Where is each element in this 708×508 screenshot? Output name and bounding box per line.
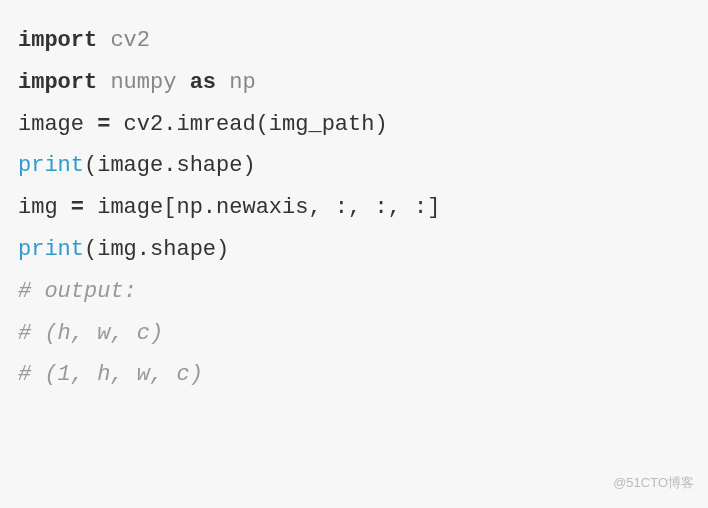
alias-np: np (229, 70, 255, 95)
args: (img.shape) (84, 237, 229, 262)
variable: image (18, 112, 97, 137)
keyword-import: import (18, 70, 97, 95)
module-cv2: cv2 (110, 28, 150, 53)
code-line-11: # (1, h, w, c) (18, 354, 690, 396)
expression: image[np.newaxis, :, :, :] (84, 195, 440, 220)
operator-equals: = (71, 195, 84, 220)
code-line-2: import numpy as np (18, 62, 690, 104)
builtin-print: print (18, 237, 84, 262)
code-line-5: print(image.shape) (18, 145, 690, 187)
builtin-print: print (18, 153, 84, 178)
variable: img (18, 195, 71, 220)
module-numpy: numpy (110, 70, 176, 95)
keyword-import: import (18, 28, 97, 53)
code-line-10: # (h, w, c) (18, 313, 690, 355)
expression: cv2.imread(img_path) (110, 112, 387, 137)
keyword-as: as (190, 70, 216, 95)
code-line-6: img = image[np.newaxis, :, :, :] (18, 187, 690, 229)
watermark: @51CTO博客 (613, 471, 694, 496)
code-line-1: import cv2 (18, 20, 690, 62)
code-line-9: # output: (18, 271, 690, 313)
code-block: import cv2 import numpy as np image = cv… (18, 20, 690, 396)
args: (image.shape) (84, 153, 256, 178)
code-line-7: print(img.shape) (18, 229, 690, 271)
operator-equals: = (97, 112, 110, 137)
code-line-4: image = cv2.imread(img_path) (18, 104, 690, 146)
